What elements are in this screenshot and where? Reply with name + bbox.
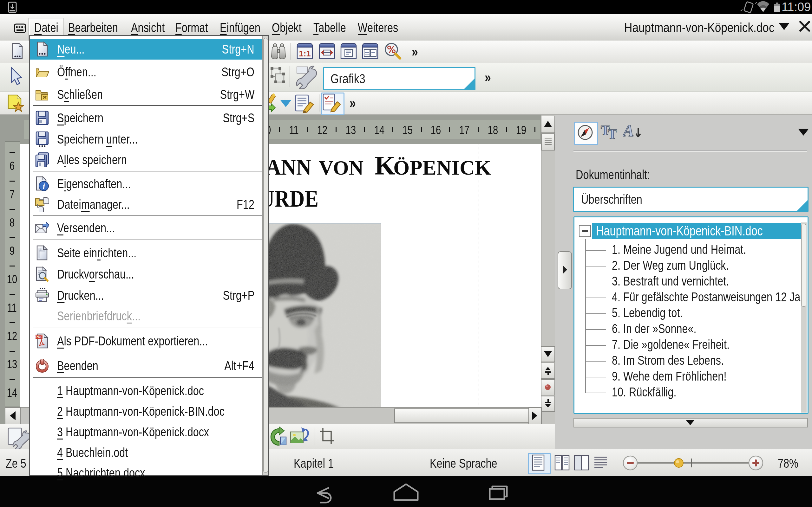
svg-text:PDF: PDF bbox=[36, 335, 43, 339]
svg-text:11:09: 11:09 bbox=[781, 0, 811, 14]
svg-text:A: A bbox=[623, 122, 634, 140]
svg-text:i: i bbox=[43, 182, 45, 191]
svg-text:T: T bbox=[608, 126, 617, 142]
svg-text:1:1: 1:1 bbox=[299, 49, 311, 58]
